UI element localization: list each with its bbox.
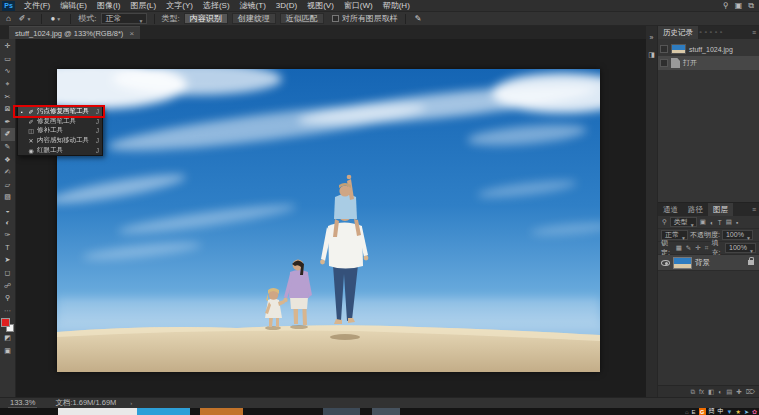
link-layers-icon[interactable]: ⧉ [690,388,695,396]
clone-stamp-tool[interactable]: ❖ [1,153,15,166]
menu-view[interactable]: 视图(V) [302,0,339,12]
opacity-select[interactable]: 100%▼ [722,230,753,240]
tray-app1-icon[interactable]: ▼ [727,409,733,415]
new-group-icon[interactable]: ▤ [726,388,732,396]
lock-all-icon[interactable]: ⌗ [704,244,710,252]
gradient-tool[interactable]: ▨ [1,191,15,204]
sample-all-layers-checkbox[interactable]: 对所有图层取样 [332,13,398,24]
document-tab[interactable]: stuff_1024.jpg @ 133%(RGB/8*) × [9,26,140,39]
eyedropper-tool[interactable]: ✒ [1,116,15,129]
tray-app2-icon[interactable]: ★ [736,408,741,415]
quick-mask-button[interactable]: ◩ [1,332,15,345]
crop-tool[interactable]: ✂ [1,90,15,103]
layer-style-icon[interactable]: fx [699,388,704,395]
adjustment-layer-icon[interactable]: ◐ [718,388,722,395]
move-tool[interactable]: ✛ [1,40,15,53]
panel-menu-icon[interactable]: ≡ [752,203,756,216]
menu-help[interactable]: 帮助(H) [378,0,415,12]
tray-app4-icon[interactable]: ✿ [752,408,757,415]
filter-type-icon[interactable]: T [717,219,723,226]
flyout-healing-brush[interactable]: ✐ 修复画笔工具 J [18,117,102,127]
layer-thumbnail[interactable] [673,257,692,269]
flyout-spot-healing-brush[interactable]: ▪ ✐ 污点修复画笔工具 J [18,107,102,117]
menu-3d[interactable]: 3D(D) [271,0,302,12]
marquee-tool[interactable]: ▭ [1,53,15,66]
object-selection-tool[interactable]: ⌖ [1,78,15,91]
workspace-icon[interactable]: ▣ [735,1,743,10]
lock-transparent-icon[interactable]: ▦ [675,244,683,252]
flyout-patch-tool[interactable]: ◫ 修补工具 J [18,126,102,136]
tray-e-icon[interactable]: E [692,409,696,415]
color-swatches[interactable] [1,318,15,332]
document-image[interactable] [57,69,600,372]
taskbar-window-segment[interactable] [200,408,243,415]
menu-image[interactable]: 图像(I) [92,0,126,12]
tab-history[interactable]: 历史记录 [658,26,698,39]
spot-healing-brush-tool[interactable]: ✐ [1,128,15,141]
history-source-checkbox[interactable] [660,59,668,67]
lock-position-icon[interactable]: ✛ [694,244,701,252]
pressure-icon[interactable]: ✎ [413,14,424,23]
flyout-content-aware-move[interactable]: ✕ 内容感知移动工具 J [18,136,102,146]
history-snapshot-row[interactable]: stuff_1024.jpg [658,42,759,56]
brush-tool[interactable]: ✎ [1,141,15,154]
taskbar-window-segment[interactable] [58,408,137,415]
history-header-icon[interactable]: ▫ [710,26,712,39]
history-brush-tool[interactable]: ✍ [1,166,15,179]
lasso-tool[interactable]: ∿ [1,65,15,78]
new-layer-icon[interactable]: ✚ [736,388,741,396]
blend-mode-select[interactable]: 正常▼ [661,230,688,240]
mode-select[interactable]: 正常▼ [101,13,147,24]
properties-panel-icon[interactable]: ◨ [648,51,655,59]
home-icon[interactable]: ⌂ [4,14,13,23]
frame-tool[interactable]: ⊠ [1,103,15,116]
filter-kind-select[interactable]: 类型▼ [670,217,697,227]
menu-filter[interactable]: 滤镜(T) [235,0,271,12]
history-source-checkbox[interactable] [660,45,668,53]
tab-paths[interactable]: 路径 [683,203,708,216]
collapse-panels-icon[interactable]: » [650,34,654,41]
taskbar-window-segment[interactable] [137,408,190,415]
filter-group-icon[interactable]: ▤ [725,218,733,226]
type-content-aware-button[interactable]: 内容识别 [184,13,228,24]
arrange-icon[interactable]: ⧉ [748,1,754,11]
history-state-row[interactable]: 打开 [658,56,759,70]
path-selection-tool[interactable]: ➤ [1,254,15,267]
tab-channels[interactable]: 通道 [658,203,683,216]
tab-layers[interactable]: 图层 [708,203,733,216]
fill-select[interactable]: 100%▼ [725,243,756,253]
type-create-texture-button[interactable]: 创建纹理 [232,13,276,24]
menu-select[interactable]: 选择(S) [198,0,235,12]
tool-preset-icon[interactable]: ✐▼ [17,14,34,23]
taskbar-window-segment[interactable] [372,408,400,415]
history-header-icon[interactable]: ▫ [715,26,717,39]
filter-pixel-icon[interactable]: ▣ [699,218,707,226]
menu-edit[interactable]: 编辑(E) [55,0,92,12]
lock-icon[interactable] [748,260,754,265]
taskbar-window-segment[interactable] [323,408,360,415]
history-header-icon[interactable]: ▫ [705,26,707,39]
canvas-area[interactable]: ▪ ✐ 污点修复画笔工具 J ✐ 修复画笔工具 J ◫ 修补工具 J ✕ 内容感… [16,39,646,397]
dodge-tool[interactable]: ◐ [1,216,15,229]
eraser-tool[interactable]: ▱ [1,179,15,192]
tray-ime-zhong[interactable]: 中 [718,407,724,415]
tray-app3-icon[interactable]: ➤ [744,408,749,415]
hand-tool[interactable]: ☍ [1,279,15,292]
menu-window[interactable]: 窗口(W) [339,0,378,12]
layer-row-background[interactable]: 背景 [658,255,759,271]
history-header-icon[interactable]: ▫ [720,26,722,39]
pen-tool[interactable]: ✑ [1,229,15,242]
filter-adjustment-icon[interactable]: ◐ [709,219,715,226]
delete-layer-icon[interactable]: ⌦ [746,388,755,396]
shape-tool[interactable]: ◻ [1,267,15,280]
tray-g-badge-icon[interactable]: G [699,408,706,415]
tray-home-icon[interactable]: ⌂ [685,409,689,415]
menu-type[interactable]: 文字(Y) [161,0,198,12]
type-tool[interactable]: T [1,242,15,255]
layer-mask-icon[interactable]: ◧ [708,388,714,396]
search-icon[interactable]: ⚲ [723,1,729,10]
flyout-red-eye-tool[interactable]: ◉ 红眼工具 J [18,145,102,155]
visibility-eye-icon[interactable] [661,260,670,266]
menu-file[interactable]: 文件(F) [19,0,55,12]
panel-menu-icon[interactable]: ≡ [752,26,756,39]
